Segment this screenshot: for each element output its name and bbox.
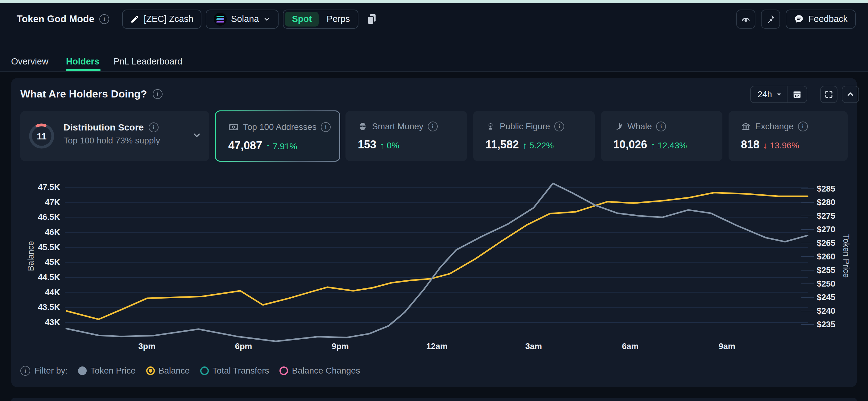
total-transfers-ring-icon (200, 366, 209, 375)
legend-info-icon: i (20, 366, 30, 376)
x-axis-tick-label: 6am (622, 342, 639, 351)
chart-filter-legend: i Filter by: Token Price Balance Total T… (20, 366, 360, 376)
x-axis-tick-label: 9pm (332, 342, 349, 351)
right-axis-tick-label: $265 (817, 239, 835, 248)
right-axis-tick-label: $255 (817, 266, 835, 275)
right-axis-tick-label: $240 (817, 306, 835, 316)
y-axis-tick-label: 47.5K (14, 183, 60, 192)
y-axis-tick-label: 43.5K (14, 303, 60, 312)
y-axis-tick-label: 45K (14, 257, 60, 267)
x-axis-tick-label: 3am (525, 342, 542, 351)
right-axis-tick-label: $280 (817, 198, 835, 207)
x-axis-tick-label: 9am (719, 342, 735, 351)
right-axis-tick-label: $235 (817, 320, 835, 330)
legend-item-balance-changes[interactable]: Balance Changes (279, 366, 360, 376)
right-axis-tick-label: $260 (817, 252, 835, 261)
x-axis-tick-label: 6pm (235, 342, 252, 351)
y-axis-tick-label: 46.5K (14, 213, 60, 222)
legend-item-total-transfers[interactable]: Total Transfers (200, 366, 269, 376)
right-axis-tick-label: $250 (817, 279, 835, 289)
balance-radio-icon (146, 366, 155, 375)
y-axis-tick-label: 47K (14, 197, 60, 207)
y-axis-tick-label: 43K (14, 317, 60, 327)
holders-line-chart[interactable] (0, 0, 868, 401)
next-section-card-top (11, 398, 857, 401)
x-axis-tick-label: 12am (426, 342, 447, 351)
legend-item-token-price[interactable]: Token Price (78, 366, 135, 376)
right-axis-title: Token Price (841, 234, 851, 278)
right-axis-tick-label: $270 (817, 225, 835, 235)
right-axis-tick-label: $285 (817, 184, 835, 194)
y-axis-tick-label: 45.5K (14, 242, 60, 252)
x-axis-tick-label: 3pm (138, 342, 155, 351)
y-axis-tick-label: 46K (14, 227, 60, 237)
y-axis-tick-label: 44K (14, 287, 60, 297)
right-axis-tick-label: $275 (817, 211, 835, 221)
y-axis-tick-label: 44.5K (14, 272, 60, 282)
legend-item-balance[interactable]: Balance (146, 366, 190, 376)
token-price-marker-icon (78, 366, 87, 375)
right-axis-tick-label: $245 (817, 293, 835, 302)
balance-changes-ring-icon (279, 366, 288, 375)
legend-label: Filter by: (35, 366, 67, 376)
left-axis-title: Balance (26, 241, 36, 271)
token-god-mode-page: Token God Mode i [ZEC] Zcash Solana Spot… (0, 0, 868, 401)
